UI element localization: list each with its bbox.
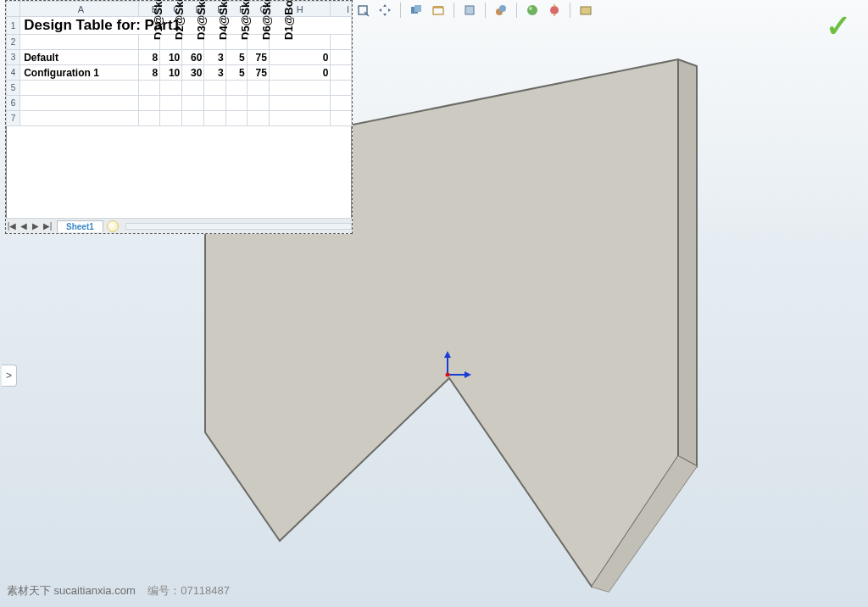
new-sheet-icon[interactable]: [107, 220, 119, 232]
cell[interactable]: 8: [138, 50, 159, 65]
param-header[interactable]: D2@Sketch1: [160, 35, 182, 50]
cell[interactable]: [182, 96, 204, 111]
cell[interactable]: [331, 65, 352, 81]
cell[interactable]: [225, 81, 247, 96]
cell[interactable]: [20, 111, 139, 126]
svg-point-11: [550, 6, 559, 14]
sheet-scrollbar[interactable]: [125, 223, 352, 230]
accept-checkmark-icon[interactable]: ✓: [826, 8, 851, 44]
cell[interactable]: [331, 50, 352, 65]
param-header[interactable]: D6@Sketch1: [247, 35, 269, 50]
cell[interactable]: [182, 81, 204, 96]
design-table-title[interactable]: Design Table for: Part1: [20, 17, 352, 35]
scene-icon[interactable]: [546, 2, 563, 19]
cell[interactable]: 3: [204, 50, 225, 65]
svg-rect-3: [415, 5, 421, 12]
cell[interactable]: [331, 81, 352, 96]
sheet-nav-next-icon[interactable]: ▶: [30, 221, 42, 231]
cell[interactable]: 3: [204, 65, 225, 81]
cell[interactable]: [331, 111, 352, 126]
cell[interactable]: 10: [160, 65, 182, 81]
cell[interactable]: [247, 81, 269, 96]
col-header[interactable]: I: [331, 2, 352, 17]
origin-triad-icon: [439, 349, 473, 383]
row-header[interactable]: 6: [7, 96, 20, 111]
nav-icon[interactable]: [408, 2, 425, 19]
cell[interactable]: [204, 111, 225, 126]
row-header[interactable]: 2: [7, 35, 20, 50]
pan-icon[interactable]: [376, 2, 393, 19]
settings-icon[interactable]: [577, 2, 594, 19]
table-row: 7: [7, 111, 352, 126]
cell[interactable]: [331, 96, 352, 111]
cell[interactable]: [20, 96, 139, 111]
row-header[interactable]: 7: [7, 111, 20, 126]
cell[interactable]: [138, 111, 159, 126]
display-icon[interactable]: [430, 2, 447, 19]
toolbar-separator: [400, 3, 401, 18]
svg-point-24: [446, 373, 450, 377]
cell[interactable]: [20, 81, 139, 96]
row-header[interactable]: 3: [7, 50, 20, 65]
cell[interactable]: [247, 96, 269, 111]
select-all-cell[interactable]: [7, 2, 20, 17]
cell[interactable]: 8: [138, 65, 159, 81]
watermark-label: 编号：: [147, 584, 181, 597]
table-row: 2 D1@Sketch1 D2@Sketch1 D3@Sketch1 D4@Sk…: [7, 35, 352, 50]
table-row: 5: [7, 81, 352, 96]
cell[interactable]: [225, 111, 247, 126]
param-header[interactable]: D1@Boss-Extrude1: [269, 35, 330, 50]
cell[interactable]: [160, 96, 182, 111]
param-header[interactable]: D4@Sketch1: [204, 35, 225, 50]
cell[interactable]: [138, 81, 159, 96]
row-header[interactable]: 1: [7, 17, 20, 35]
sheet-nav-prev-icon[interactable]: ◀: [18, 221, 30, 231]
cell[interactable]: [269, 111, 330, 126]
cell[interactable]: [331, 35, 352, 50]
cell[interactable]: 75: [247, 50, 269, 65]
svg-point-9: [527, 5, 537, 15]
cell[interactable]: 5: [225, 50, 247, 65]
config-name-cell[interactable]: Default: [20, 50, 139, 65]
cell[interactable]: [225, 96, 247, 111]
config-name-cell[interactable]: Configuration 1: [20, 65, 139, 81]
svg-marker-23: [465, 371, 471, 378]
zoom-fit-icon[interactable]: [354, 2, 371, 19]
row-header[interactable]: 5: [7, 81, 20, 96]
design-table-window: A B C D E F G H I 1 Design Table for: Pa…: [5, 0, 353, 234]
cell[interactable]: 0: [269, 65, 330, 81]
sheet-tab[interactable]: Sheet1: [57, 220, 103, 232]
view-icon[interactable]: [461, 2, 478, 19]
cell[interactable]: [204, 81, 225, 96]
param-header[interactable]: D3@Sketch1: [182, 35, 204, 50]
svg-point-10: [529, 7, 532, 10]
cell[interactable]: [269, 81, 330, 96]
cell[interactable]: [160, 111, 182, 126]
sheet-nav-first-icon[interactable]: |◀: [6, 221, 18, 231]
section-icon[interactable]: [492, 2, 509, 19]
cell[interactable]: [182, 111, 204, 126]
param-header[interactable]: D1@Sketch1: [138, 35, 159, 50]
cell[interactable]: 0: [269, 50, 330, 65]
excel-grid[interactable]: A B C D E F G H I 1 Design Table for: Pa…: [6, 1, 352, 126]
cell[interactable]: [138, 96, 159, 111]
row-header[interactable]: 4: [7, 65, 20, 81]
svg-marker-21: [444, 351, 451, 358]
cell[interactable]: [160, 81, 182, 96]
param-header[interactable]: D5@Sketch1: [225, 35, 247, 50]
cell[interactable]: [20, 35, 139, 50]
cell[interactable]: [247, 111, 269, 126]
cell[interactable]: 75: [247, 65, 269, 81]
cell[interactable]: [204, 96, 225, 111]
cell[interactable]: 30: [182, 65, 204, 81]
flyout-tab[interactable]: >: [2, 365, 17, 387]
col-header[interactable]: A: [20, 2, 139, 17]
sheet-nav-last-icon[interactable]: ▶|: [42, 221, 53, 231]
appearance-icon[interactable]: [524, 2, 541, 19]
svg-rect-12: [554, 4, 555, 7]
col-header[interactable]: H: [269, 2, 330, 17]
cell[interactable]: 5: [225, 65, 247, 81]
cell[interactable]: 60: [182, 50, 204, 65]
cell[interactable]: 10: [160, 50, 182, 65]
cell[interactable]: [269, 96, 330, 111]
